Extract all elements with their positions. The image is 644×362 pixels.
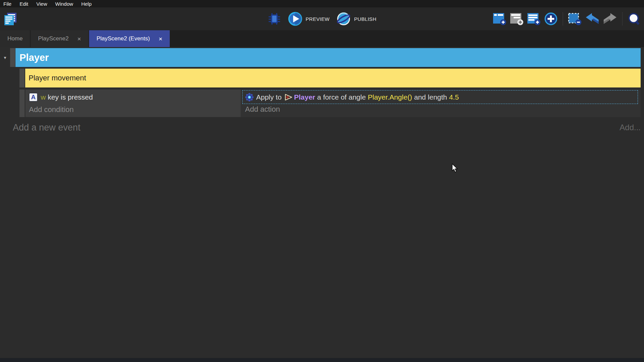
publish-button[interactable]: PUBLISH xyxy=(336,11,376,26)
publish-label: PUBLISH xyxy=(354,16,376,22)
text-part: w xyxy=(41,93,46,101)
actions-column: Apply to Player a force of angle Player.… xyxy=(241,89,641,117)
undo-icon[interactable] xyxy=(585,12,600,26)
add-action-button[interactable]: Add action xyxy=(245,105,280,114)
delete-selection-icon[interactable] xyxy=(568,12,582,26)
text-part: Player.Angle() xyxy=(368,93,412,101)
menu-view[interactable]: View xyxy=(36,1,47,7)
action-item-selected[interactable]: Apply to Player a force of angle Player.… xyxy=(242,90,638,104)
add-new-event-button[interactable]: Add a new event xyxy=(13,122,80,133)
menu-window[interactable]: Window xyxy=(55,1,73,7)
add-event-icon[interactable] xyxy=(492,12,507,26)
tab-label: Home xyxy=(7,35,23,42)
menu-help[interactable]: Help xyxy=(81,1,92,7)
text-part: and length xyxy=(412,93,449,101)
menu-edit[interactable]: Edit xyxy=(19,1,28,7)
preview-button[interactable]: PREVIEW xyxy=(288,11,329,26)
tab-home[interactable]: Home xyxy=(0,30,30,47)
redo-icon[interactable] xyxy=(603,12,617,26)
player-object-icon xyxy=(284,93,294,101)
comment-text: Player movement xyxy=(29,74,86,82)
text-part: a force of angle xyxy=(315,93,368,101)
force-gear-icon xyxy=(245,93,256,102)
new-event-row: Add a new event Add... xyxy=(0,121,644,134)
comment-row: Player movement xyxy=(19,69,641,87)
add-comment-icon[interactable] xyxy=(527,12,541,26)
preview-label: PREVIEW xyxy=(306,16,329,22)
group-title: Player xyxy=(19,52,49,63)
publish-globe-icon xyxy=(336,11,351,26)
condition-item[interactable]: Aw key is pressed xyxy=(29,91,241,103)
comment-block[interactable]: Player movement xyxy=(25,69,641,87)
main-toolbar: PREVIEW PUBLISH xyxy=(0,7,644,30)
menu-bar: File Edit View Window Help xyxy=(0,0,644,7)
text-part: key is pressed xyxy=(46,93,93,101)
search-icon[interactable] xyxy=(627,12,641,26)
comment-drag-handle[interactable] xyxy=(19,69,25,87)
tab-label: PlayScene2 xyxy=(38,35,69,42)
menu-file[interactable]: File xyxy=(3,1,11,7)
tab-bar: Home PlayScene2 × PlayScene2 (Events) × xyxy=(0,30,644,47)
close-icon[interactable]: × xyxy=(77,36,81,42)
event-group-row: ▾ Player xyxy=(0,48,641,67)
project-manager-icon[interactable] xyxy=(3,11,18,27)
gdevelop-window: File Edit View Window Help xyxy=(0,0,644,362)
toolbar-separator xyxy=(563,12,563,26)
event-drag-handle[interactable] xyxy=(19,89,25,117)
group-drag-handle[interactable] xyxy=(10,48,15,67)
keyboard-key-icon: A xyxy=(29,93,38,102)
toolbar-separator xyxy=(622,12,622,26)
events-sheet: ▾ Player Player movement Aw key is press… xyxy=(0,47,644,358)
tab-playscene2-events[interactable]: PlayScene2 (Events) × xyxy=(89,30,170,47)
choose-add-event-icon[interactable] xyxy=(544,12,558,26)
collapse-arrow-icon[interactable]: ▾ xyxy=(0,48,10,67)
debug-icon[interactable] xyxy=(268,12,281,26)
add-subevent-icon[interactable] xyxy=(510,12,524,26)
add-condition-button[interactable]: Add condition xyxy=(29,105,241,114)
tab-playscene2[interactable]: PlayScene2 × xyxy=(31,30,88,47)
text-part: 4.5 xyxy=(449,93,459,101)
preview-play-icon xyxy=(288,11,303,26)
event-block: Aw key is pressed Add condition Apply to… xyxy=(19,89,641,117)
add-more-button[interactable]: Add... xyxy=(619,123,641,132)
event-group-header[interactable]: Player xyxy=(15,48,641,67)
text-part: Player xyxy=(294,93,315,101)
window-bottom-edge xyxy=(0,358,644,362)
conditions-column: Aw key is pressed Add condition xyxy=(26,89,241,117)
text-part: Apply to xyxy=(256,93,284,101)
tab-label: PlayScene2 (Events) xyxy=(96,35,150,42)
close-icon[interactable]: × xyxy=(159,36,162,42)
